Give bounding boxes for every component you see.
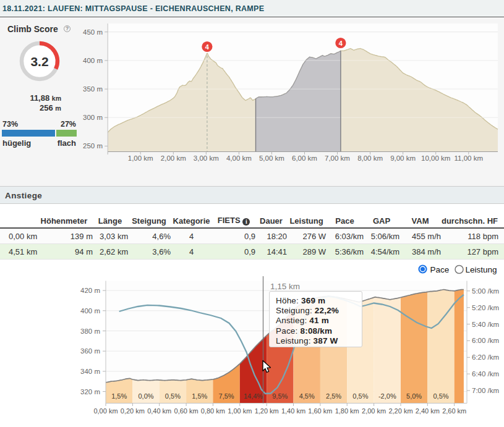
svg-text:360 m: 360 m bbox=[80, 347, 100, 355]
svg-text:5,0%: 5,0% bbox=[406, 392, 422, 400]
svg-text:400 m: 400 m bbox=[83, 57, 103, 64]
svg-text:1,20 km: 1,20 km bbox=[255, 407, 279, 415]
svg-text:6:40 /km: 6:40 /km bbox=[472, 370, 499, 378]
svg-text:320 m: 320 m bbox=[80, 388, 100, 395]
svg-text:0,40 km: 0,40 km bbox=[147, 407, 171, 415]
svg-text:1,5%: 1,5% bbox=[192, 392, 207, 400]
svg-text:10,00 km: 10,00 km bbox=[421, 154, 450, 162]
svg-text:1,00 km: 1,00 km bbox=[128, 154, 153, 162]
svg-text:420 m: 420 m bbox=[80, 287, 100, 294]
svg-text:7:00 /km: 7:00 /km bbox=[472, 387, 499, 394]
svg-text:5:40 /km: 5:40 /km bbox=[472, 321, 499, 328]
svg-text:11,00 km: 11,00 km bbox=[455, 154, 483, 162]
svg-text:0,5%: 0,5% bbox=[165, 392, 181, 400]
svg-text:2,20 km: 2,20 km bbox=[388, 407, 412, 415]
svg-text:4,00 km: 4,00 km bbox=[226, 154, 252, 162]
svg-text:340 m: 340 m bbox=[80, 368, 100, 375]
svg-text:2,00 km: 2,00 km bbox=[161, 154, 186, 162]
svg-text:0,20 km: 0,20 km bbox=[121, 407, 145, 415]
svg-text:1,15 km: 1,15 km bbox=[270, 282, 300, 291]
svg-text:Leistung: Leistung bbox=[466, 265, 497, 274]
svg-text:4: 4 bbox=[339, 40, 343, 47]
svg-text:0,5%: 0,5% bbox=[352, 392, 368, 400]
svg-text:6:20 /km: 6:20 /km bbox=[472, 353, 499, 361]
svg-text:6:00 /km: 6:00 /km bbox=[472, 337, 499, 344]
svg-text:4,5%: 4,5% bbox=[299, 392, 315, 400]
svg-text:5:20 /km: 5:20 /km bbox=[472, 304, 499, 311]
svg-text:0,5%: 0,5% bbox=[433, 392, 448, 400]
svg-text:300 m: 300 m bbox=[83, 114, 103, 121]
svg-text:1,80 km: 1,80 km bbox=[335, 407, 359, 415]
svg-text:400 m: 400 m bbox=[80, 307, 100, 315]
svg-text:0,80 km: 0,80 km bbox=[201, 407, 225, 415]
svg-text:2,5%: 2,5% bbox=[326, 392, 341, 400]
svg-text:8,00 km: 8,00 km bbox=[357, 154, 383, 162]
svg-text:4: 4 bbox=[205, 43, 210, 51]
svg-text:3.2: 3.2 bbox=[30, 54, 48, 69]
svg-text:0,60 km: 0,60 km bbox=[174, 407, 199, 415]
svg-text:2,00 km: 2,00 km bbox=[362, 407, 386, 415]
svg-text:1,00 km: 1,00 km bbox=[228, 407, 252, 415]
svg-text:7,00 km: 7,00 km bbox=[325, 154, 350, 162]
svg-text:9,00 km: 9,00 km bbox=[390, 154, 416, 162]
svg-text:350 m: 350 m bbox=[83, 85, 103, 93]
svg-text:2,40 km: 2,40 km bbox=[416, 407, 440, 415]
svg-text:14,4%: 14,4% bbox=[244, 392, 263, 400]
svg-text:1,5%: 1,5% bbox=[111, 392, 127, 400]
svg-text:3,00 km: 3,00 km bbox=[194, 154, 219, 162]
svg-text:0,00 km: 0,00 km bbox=[93, 407, 117, 415]
svg-text:-2,0%: -2,0% bbox=[378, 392, 396, 400]
svg-text:380 m: 380 m bbox=[80, 328, 100, 335]
svg-text:1,40 km: 1,40 km bbox=[281, 407, 305, 415]
svg-text:0,0%: 0,0% bbox=[138, 392, 153, 400]
svg-text:5,00 km: 5,00 km bbox=[259, 154, 284, 162]
svg-text:5:00 /km: 5:00 /km bbox=[472, 287, 499, 295]
svg-text:250 m: 250 m bbox=[83, 142, 103, 150]
svg-text:6,00 km: 6,00 km bbox=[292, 154, 317, 162]
svg-text:2,60 km: 2,60 km bbox=[442, 407, 466, 415]
svg-text:450 m: 450 m bbox=[83, 28, 103, 36]
svg-text:1,60 km: 1,60 km bbox=[308, 407, 332, 415]
svg-text:Pace: Pace bbox=[430, 265, 450, 274]
svg-text:9,5%: 9,5% bbox=[272, 392, 288, 400]
svg-text:7,5%: 7,5% bbox=[219, 392, 234, 400]
